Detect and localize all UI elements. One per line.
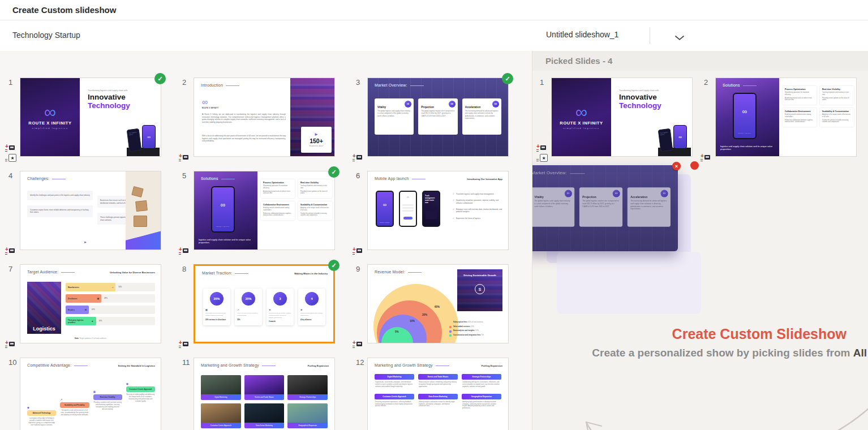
slide-cell-3: 3 + Market Overview: 01 Vitality The glo… [353, 78, 509, 157]
favorite-slide-icon[interactable]: ★ [536, 154, 547, 162]
slide2-paragraph: With a focus on addressing the pain poin… [202, 135, 286, 143]
slide-thumbnail-9[interactable]: Revenue Model: 65% 20% 10% 5% Driving Su… [367, 264, 509, 343]
advantage-pill: Customer-Centric Approach [126, 386, 155, 392]
slide-number: 10 [5, 358, 16, 367]
slideshow-name-dropdown[interactable]: Untitled slideshow_1 [546, 30, 618, 39]
stat-value: 150+ [310, 137, 323, 144]
add-slide-icon[interactable]: + [5, 145, 15, 152]
partnership-icon: ⊕ [300, 308, 323, 311]
main-area: 1 + ★ ∞ ROUTE X INFINITY simplified logi… [0, 51, 868, 430]
picked-slide-cell-2: 2 + Solutions ∞ ROUTE X INFINITY l [701, 78, 857, 157]
slide5-caption: logistics and supply chain solution and … [199, 239, 254, 245]
slide12-title: Marketing and Growth Strategy [375, 363, 433, 367]
growth-banner: Driving Sustainable Growth $ [457, 269, 502, 311]
building-icon: ▦ [97, 297, 99, 300]
slide-cell-8: 8 + Market Traction: Making Waves in the… [179, 264, 335, 343]
slide-number: 1 [5, 78, 12, 87]
slide-thumbnail-12[interactable]: Marketing and Growth Strategy Fueling Ex… [367, 358, 509, 430]
slide-cell-2: 2 + Introduction ∞ ROUTE X INFINITY At R… [179, 78, 335, 157]
check-icon: ✓ [453, 199, 454, 204]
slide-thumbnail-3[interactable]: Market Overview: 01 Vitality The global … [367, 78, 509, 157]
card-number-badge: 03 [492, 101, 499, 108]
add-slide-icon[interactable]: + [179, 248, 189, 255]
add-slide-icon[interactable]: + [179, 154, 189, 162]
add-slide-icon[interactable]: + [5, 248, 15, 255]
strategy-card: Digital MarketingTargeted ads, social me… [375, 374, 414, 390]
stat-label: Shipments done! [309, 145, 323, 147]
add-slide-icon[interactable]: + [701, 154, 711, 162]
logistics-photo: Logistics [27, 282, 61, 334]
slide-cell-11: 11 + Marketing and Growth Strategy Fueli… [179, 358, 335, 430]
slide-number: 2 [179, 78, 186, 87]
solution-card: Real-time Visibility Tracking shipments … [298, 179, 332, 198]
slide-thumbnail-4[interactable]: Challenges: Identify the challenges and … [20, 171, 161, 250]
slide-cell-10: 10 + Competitive Advantage: Setting the … [5, 358, 161, 430]
picked-slides-count-label: Picked Slides - 4 [545, 56, 612, 66]
add-slide-icon[interactable]: + [353, 154, 363, 162]
picked-slide-number: 2 [701, 78, 708, 87]
dragged-slide-card[interactable]: × Market Overview: 01VitalityThe global … [532, 165, 678, 251]
growth-icon: ↗ [237, 308, 260, 311]
slide2-paragraph: At Route X Infinity, we are dedicated to… [202, 113, 286, 124]
check-icon: ✓ [453, 217, 454, 220]
tech-icon: ◆ [27, 406, 56, 409]
challenge-block: Customers expect faster, more reliable d… [27, 205, 93, 217]
picked-thumbnail-2[interactable]: Solutions ∞ ROUTE X INFINITY logistics a… [715, 78, 857, 157]
slide-cell-4: 4 + Challenges: Identify the challenges … [5, 171, 161, 250]
falling-boxes-photo [126, 171, 161, 250]
slide3-title: Market Overview: [375, 83, 407, 87]
slide-thumbnail-10[interactable]: Competitive Advantage: Setting the Stand… [20, 358, 161, 430]
brand-name: ROUTE X INFINITY [28, 121, 71, 126]
add-slide-icon[interactable]: + [353, 341, 363, 349]
slide7-title: Target Audience: [27, 270, 58, 274]
slide-thumbnail-6[interactable]: Mobile App launch Introducing Our Innova… [367, 171, 509, 250]
slide1-brand-panel: ∞ ROUTE X INFINITY simplified logistics [20, 78, 80, 156]
toolbar: Technology Startup Untitled slideshow_1 [0, 20, 868, 51]
stat-circle: 4 [305, 292, 319, 306]
slide-thumbnail-2[interactable]: Introduction ∞ ROUTE X INFINITY At Route… [194, 78, 335, 157]
slide-number: 7 [5, 265, 12, 273]
picked-thumbnail-1[interactable]: ∞ ROUTE X INFINITY simplified logistics … [551, 78, 693, 157]
close-icon[interactable]: × [672, 162, 681, 170]
add-slide-icon[interactable]: + [5, 341, 15, 349]
stat-circle: 3 [273, 292, 287, 306]
divider [650, 27, 650, 44]
slide-thumbnail-5[interactable]: Solutions ∞ ROUTE X INFINITY logistics a… [194, 171, 335, 250]
slide-number: 12 [353, 358, 364, 367]
advantage-pill: Advanced Technology [27, 410, 56, 416]
picked-check-icon: ✓ [154, 73, 166, 84]
award-icon: ★ [269, 308, 291, 311]
slide-cell-6: 6 + Mobile App launch Introducing Our In… [353, 171, 509, 250]
add-slide-icon[interactable]: + [353, 248, 363, 255]
slide-cell-12: 12 + Marketing and Growth Strategy Fueli… [353, 358, 509, 430]
strategy-photo-tile: Geographical Expansion [287, 403, 328, 428]
infinity-logo-icon: ∞ [44, 105, 56, 119]
slide-thumbnail-8-selected[interactable]: Market Traction: Making Waves in the Ind… [194, 264, 335, 343]
brand-name: ROUTE X INFINITY [202, 108, 218, 109]
slide-thumbnail-7[interactable]: Target Audience: Unlocking Value for Div… [20, 264, 161, 343]
add-slide-icon[interactable]: + [536, 145, 547, 152]
phone-mockup: ∞ [399, 191, 417, 227]
slide-thumbnail-1[interactable]: ∞ ROUTE X INFINITY simplified logistics … [20, 78, 161, 157]
remove-slide-icon[interactable] [690, 161, 699, 170]
slide-thumbnail-11[interactable]: Marketing and Growth Strategy Fueling Ex… [194, 358, 335, 430]
challenge-block: Identify the challenges and pain points … [27, 191, 93, 200]
dragged-thumbnail-market-overview[interactable]: Market Overview: 01VitalityThe global lo… [532, 165, 678, 251]
picked-slides-header: Picked Slides - 4 [532, 51, 868, 71]
deck-category-label: Technology Startup [12, 31, 80, 40]
slide-number: 3 [353, 78, 360, 87]
picked-slide-number: 1 [536, 78, 544, 87]
chevron-down-icon[interactable] [674, 33, 685, 43]
strategy-photo-tile: Strategic Partnerships [287, 375, 328, 400]
phone-mockup-dark: Your logistics partner [127, 128, 142, 152]
traction-card: 20% ▦ Successful implementations with le… [203, 289, 230, 325]
picked-check-icon: ✓ [328, 260, 340, 271]
slide10-subtitle: Setting the Standard in Logistics [118, 364, 155, 367]
add-slide-icon[interactable]: + [179, 341, 189, 349]
strategy-photo-tile: Data-Driven Marketing [244, 403, 285, 428]
visibility-icon: ▣ [93, 390, 122, 393]
slide4-title: Challenges: [27, 177, 49, 180]
slide8-subtitle: Making Waves in the Industry [294, 272, 328, 275]
favorite-slide-icon[interactable]: ★ [5, 154, 15, 162]
slide1-title-accent: Technology [88, 101, 130, 110]
